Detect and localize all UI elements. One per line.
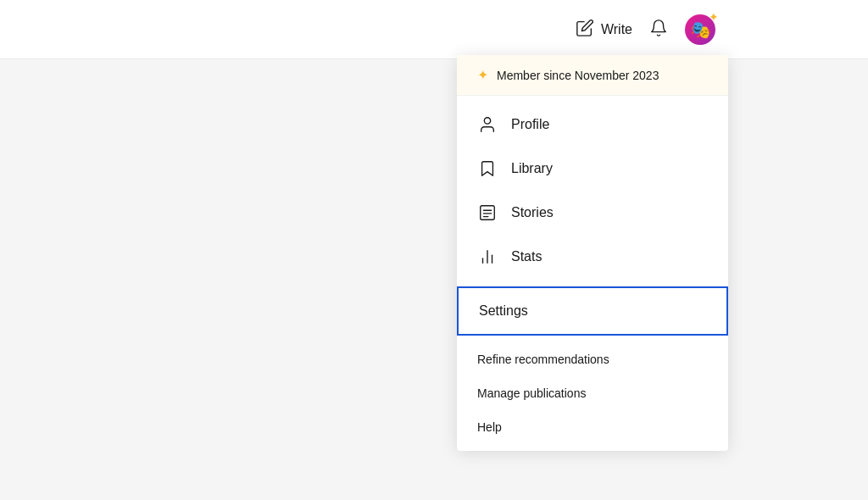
refine-label: Refine recommendations [477, 353, 609, 366]
help-item[interactable]: Help [457, 410, 728, 444]
member-since-text: Member since November 2023 [497, 69, 659, 82]
profile-menu-item[interactable]: Profile [457, 103, 728, 147]
refine-recommendations-item[interactable]: Refine recommendations [457, 342, 728, 376]
library-menu-item[interactable]: Library [457, 147, 728, 191]
main-menu-section: Profile Library Stories [457, 96, 728, 286]
bell-icon[interactable] [649, 19, 668, 41]
stories-icon [477, 203, 498, 223]
write-button[interactable]: Write [576, 19, 632, 41]
svg-point-0 [484, 118, 490, 124]
user-dropdown: ✦ Member since November 2023 Profile Lib… [457, 55, 728, 451]
library-label: Library [511, 161, 553, 176]
member-star-icon: ✦ [477, 67, 488, 83]
stats-menu-item[interactable]: Stats [457, 235, 728, 279]
profile-label: Profile [511, 117, 549, 132]
avatar-container[interactable]: 🎭 ✦ [685, 14, 715, 45]
secondary-menu-section: Refine recommendations Manage publicatio… [457, 336, 728, 451]
member-banner: ✦ Member since November 2023 [457, 55, 728, 96]
settings-label: Settings [479, 303, 528, 319]
navbar: Write 🎭 ✦ [0, 0, 868, 59]
svg-rect-1 [481, 206, 495, 220]
stories-menu-item[interactable]: Stories [457, 191, 728, 235]
manage-label: Manage publications [477, 386, 586, 400]
library-icon [477, 158, 498, 179]
manage-publications-item[interactable]: Manage publications [457, 376, 728, 410]
stories-label: Stories [511, 205, 554, 220]
stats-icon [477, 247, 498, 267]
help-label: Help [477, 420, 502, 434]
settings-menu-item[interactable]: Settings [457, 286, 728, 336]
premium-star-badge: ✦ [709, 11, 719, 23]
avatar-emoji: 🎭 [690, 19, 711, 40]
write-icon [576, 19, 594, 41]
stats-label: Stats [511, 249, 542, 264]
profile-icon [477, 114, 498, 135]
write-label: Write [601, 22, 632, 37]
